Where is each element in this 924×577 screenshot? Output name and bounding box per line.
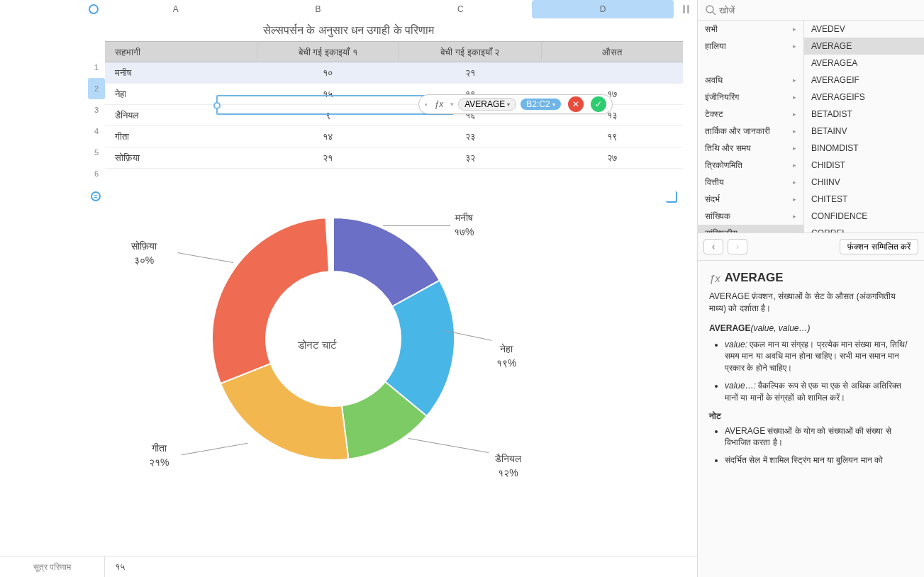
category-item[interactable]: हालिया▸: [698, 38, 803, 55]
table-title: सेल्सपर्सन के अनुसार धन उगाही के परिणाम: [0, 18, 697, 41]
function-item[interactable]: AVERAGE: [804, 38, 924, 55]
category-item[interactable]: सभी▸: [698, 21, 803, 38]
nav-back-button[interactable]: ‹: [703, 239, 723, 254]
function-item[interactable]: BETAINV: [804, 123, 924, 140]
confirm-formula-button[interactable]: ✓: [591, 96, 606, 112]
function-item[interactable]: CORREL: [804, 225, 924, 233]
function-item[interactable]: AVERAGEIF: [804, 72, 924, 89]
function-browser-panel: सभी▸हालिया▸अवधि▸इंजीनियरिंग▸टेक्स्ट▸तार्…: [697, 0, 924, 577]
category-item[interactable]: अवधि▸: [698, 72, 803, 89]
range-token[interactable]: B2:C2▾: [521, 99, 560, 110]
formula-result-label: सूत्र परिणाम: [0, 556, 105, 578]
function-item[interactable]: AVERAGEA: [804, 55, 924, 72]
function-doc: ƒxAVERAGE AVERAGE फ़ंक्शन, संख्याओं के स…: [698, 261, 924, 577]
slice-label: डैनियल१२%: [495, 452, 521, 480]
category-list[interactable]: सभी▸हालिया▸अवधि▸इंजीनियरिंग▸टेक्स्ट▸तार्…: [698, 21, 804, 233]
nav-forward-button[interactable]: ›: [728, 239, 747, 254]
svg-point-0: [706, 6, 713, 13]
insert-function-button[interactable]: फ़ंक्शन सम्मिलित करें: [840, 239, 918, 254]
formula-result-value: १५: [105, 561, 125, 573]
category-item[interactable]: वित्तीय▸: [698, 174, 803, 191]
function-item[interactable]: AVERAGEIFS: [804, 89, 924, 106]
cancel-formula-button[interactable]: ✕: [568, 96, 584, 112]
category-item[interactable]: इंजीनियरिंग▸: [698, 89, 803, 106]
category-item[interactable]: संदर्भ▸: [698, 191, 803, 208]
function-item[interactable]: BETADIST: [804, 106, 924, 123]
category-item[interactable]: तार्किक और जानकारी▸: [698, 123, 803, 140]
row-numbers: 1 2 3 4 5 6: [88, 57, 105, 184]
function-item[interactable]: CHITEST: [804, 191, 924, 208]
function-item[interactable]: AVEDEV: [804, 21, 924, 38]
function-token[interactable]: AVERAGE▾: [458, 98, 516, 111]
category-item[interactable]: सांख्यिक▸: [698, 208, 803, 225]
col-header-c[interactable]: C: [390, 0, 533, 18]
chart-center-label: डोनट चार्ट: [298, 339, 337, 352]
col-header-d[interactable]: D: [532, 0, 674, 18]
search-input[interactable]: [719, 5, 920, 16]
category-item[interactable]: टेक्स्ट▸: [698, 106, 803, 123]
function-item[interactable]: CONFIDENCE: [804, 208, 924, 225]
function-list[interactable]: AVEDEVAVERAGEAVERAGEAAVERAGEIFAVERAGEIFS…: [804, 21, 924, 233]
column-header-row: A B C D: [0, 0, 697, 18]
formula-editor[interactable]: • ƒx ▾ AVERAGE▾ B2:C2▾ ✕ ✓: [418, 94, 613, 114]
category-item[interactable]: तिथि और समय▸: [698, 140, 803, 157]
table-row[interactable]: मनीष१०२१: [105, 62, 683, 84]
slice-label: सोफ़िया३०%: [131, 240, 157, 267]
status-bar: सूत्र परिणाम १५: [0, 556, 697, 577]
slice-label: नेहा१९%: [496, 342, 516, 370]
function-item[interactable]: BINOMDIST: [804, 140, 924, 157]
pause-icon[interactable]: [674, 5, 697, 13]
function-item[interactable]: CHIINV: [804, 174, 924, 191]
svg-line-1: [713, 12, 716, 15]
slice-label: गीता२१%: [149, 442, 169, 469]
table-header-row: सहभागी बेची गई इकाइयाँ १ बेची गई इकाइयाँ…: [105, 41, 683, 62]
select-all-handle[interactable]: [89, 4, 99, 14]
category-item[interactable]: सांख्यिकीय▸: [698, 225, 803, 233]
col-header-a[interactable]: A: [105, 0, 247, 18]
table-row[interactable]: सोफ़िया२१३२२७: [105, 147, 683, 169]
category-item[interactable]: [698, 55, 803, 72]
category-item[interactable]: त्रिकोणमिति▸: [698, 157, 803, 174]
function-item[interactable]: CHIDIST: [804, 157, 924, 174]
donut-chart: डोनट चार्ट मनीष१७% नेहा१९% डैनियल१२% गीत…: [0, 190, 697, 495]
search-icon: [705, 4, 716, 16]
slice-label: मनीष१७%: [454, 211, 474, 239]
col-header-b[interactable]: B: [247, 0, 390, 18]
fx-label: ƒx: [432, 99, 447, 109]
table-row[interactable]: गीता१४२३१९: [105, 126, 683, 147]
